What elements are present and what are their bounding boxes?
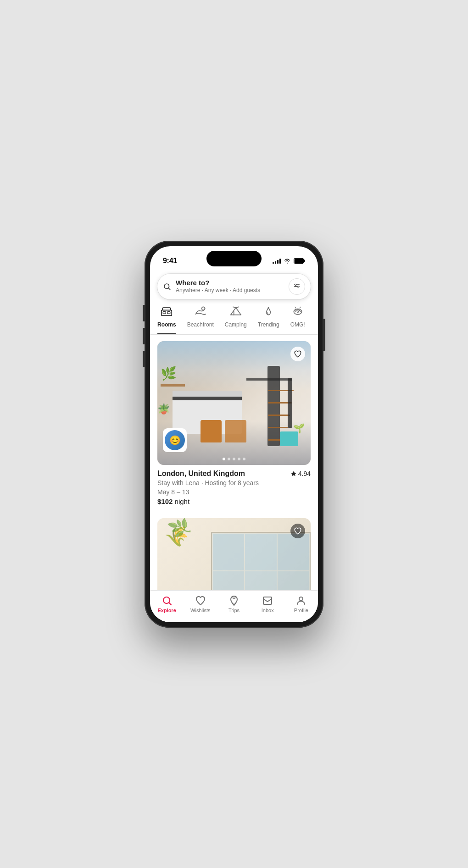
dot-1 — [223, 458, 225, 460]
search-main-text: Where to? — [176, 279, 284, 287]
inbox-icon — [262, 595, 273, 606]
tab-trending[interactable]: Trending — [258, 306, 279, 334]
price-amount-1: $102 — [157, 498, 173, 505]
beachfront-icon — [195, 306, 206, 319]
nav-trips[interactable]: Trips — [217, 595, 251, 613]
heart-icon-1 — [294, 350, 302, 358]
omg-icon — [292, 306, 304, 319]
dynamic-island — [206, 251, 262, 266]
svg-point-16 — [299, 597, 303, 601]
main-content: 🌿 🪴 🌱 — [150, 335, 318, 590]
filter-button[interactable] — [289, 278, 305, 295]
camping-icon — [230, 306, 242, 319]
explore-label: Explore — [157, 608, 176, 613]
nav-explore[interactable]: Explore — [150, 595, 184, 613]
tab-beachfront[interactable]: Beachfront — [187, 306, 214, 334]
rooms-label: Rooms — [157, 321, 176, 328]
search-text-area: Where to? Anywhere · Any week · Add gues… — [176, 279, 284, 294]
search-bar[interactable]: Where to? Anywhere · Any week · Add gues… — [157, 274, 311, 299]
listing-location-1: London, United Kingdom — [157, 470, 245, 478]
omg-label: OMG! — [290, 321, 305, 328]
search-section: Where to? Anywhere · Any week · Add gues… — [150, 269, 318, 299]
listing-dates-1: May 8 – 13 — [157, 488, 311, 496]
trending-icon — [262, 306, 274, 319]
wifi-icon — [284, 258, 291, 264]
svg-point-7 — [297, 286, 299, 287]
phone-screen: 9:41 — [150, 246, 318, 622]
explore-icon — [162, 595, 173, 606]
svg-rect-1 — [304, 260, 305, 262]
listing-rating-1: 4.94 — [290, 470, 311, 477]
listing-price-1: $102 night — [157, 498, 311, 505]
listing-card-1: 🌿 🪴 🌱 — [150, 335, 318, 512]
wishlists-label: Wishlists — [190, 608, 210, 613]
profile-icon — [295, 595, 306, 606]
tab-rooms[interactable]: Rooms — [157, 306, 176, 334]
listing-info-1: London, United Kingdom 4.94 Stay with Le… — [157, 465, 311, 506]
trending-label: Trending — [258, 321, 279, 328]
listing-image-2: 🌾 🌿 — [157, 518, 311, 590]
listing-image-container-1: 🌿 🪴 🌱 — [157, 341, 311, 465]
dot-4 — [238, 458, 240, 460]
filter-icon — [293, 283, 301, 290]
tab-camping[interactable]: Camping — [225, 306, 247, 334]
search-sub-text: Anywhere · Any week · Add guests — [176, 287, 284, 294]
svg-rect-15 — [263, 597, 272, 604]
svg-point-11 — [201, 307, 205, 310]
svg-rect-10 — [167, 311, 170, 313]
signal-icon — [273, 258, 281, 264]
svg-rect-9 — [163, 311, 166, 313]
tab-omg[interactable]: OMG! — [290, 306, 305, 334]
listing-subtitle-1: Stay with Lena · Hosting for 8 years — [157, 479, 311, 488]
rooms-icon — [161, 306, 173, 319]
beachfront-label: Beachfront — [187, 321, 214, 328]
camping-label: Camping — [225, 321, 247, 328]
bottom-nav: Explore Wishlists Trips — [150, 590, 318, 622]
svg-point-13 — [297, 311, 298, 312]
wishlist-button-1[interactable] — [290, 347, 305, 361]
host-avatar-1: 😊 — [163, 428, 187, 452]
inbox-label: Inbox — [262, 608, 274, 613]
svg-rect-2 — [295, 259, 303, 263]
heart-icon-2 — [294, 527, 302, 535]
price-unit-1: night — [175, 498, 190, 505]
listing-card-2: 🌾 🌿 — [150, 512, 318, 590]
nav-wishlists[interactable]: Wishlists — [184, 595, 217, 613]
star-icon-1 — [290, 470, 297, 477]
wishlists-icon — [195, 595, 206, 606]
profile-label: Profile — [294, 608, 308, 613]
category-tabs: Rooms Beachfront — [150, 299, 318, 334]
trips-label: Trips — [228, 608, 240, 613]
battery-icon — [294, 258, 305, 264]
image-dots-1 — [223, 458, 245, 460]
status-time: 9:41 — [163, 257, 177, 265]
search-icon — [163, 282, 171, 291]
svg-point-6 — [295, 284, 296, 285]
listing-title-row-1: London, United Kingdom 4.94 — [157, 470, 311, 478]
nav-profile[interactable]: Profile — [284, 595, 318, 613]
wishlist-button-2[interactable] — [290, 524, 305, 538]
phone-frame: 9:41 — [145, 241, 323, 628]
dot-2 — [228, 458, 230, 460]
trips-icon — [228, 595, 240, 606]
dot-5 — [243, 458, 245, 460]
avatar-image-1: 😊 — [165, 430, 185, 450]
status-icons — [273, 258, 305, 264]
nav-inbox[interactable]: Inbox — [251, 595, 284, 613]
status-bar: 9:41 — [150, 246, 318, 269]
dot-3 — [233, 458, 235, 460]
